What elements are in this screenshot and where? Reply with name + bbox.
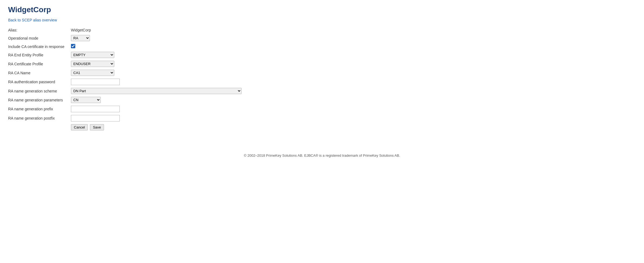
ca-name-row: RA CA Name CA1 CA2 [8, 68, 244, 77]
name-params-label: RA name generation parameters [8, 95, 70, 104]
button-row: Cancel Save [8, 123, 244, 132]
certificate-profile-select[interactable]: ENDUSER OTHER [71, 61, 114, 67]
include-ca-row: Include CA certificate in response [8, 43, 244, 50]
ca-name-label: RA CA Name [8, 68, 70, 77]
alias-label: Alias: [8, 27, 70, 34]
operational-mode-label: Operational mode [8, 34, 70, 43]
name-params-select[interactable]: CN O OU [71, 97, 101, 103]
name-postfix-input[interactable] [71, 115, 120, 121]
footer: © 2002–2018 PrimeKey Solutions AB. EJBCA… [8, 148, 636, 158]
auth-password-row: RA authentication password [8, 77, 244, 86]
include-ca-checkbox[interactable] [71, 44, 75, 48]
cancel-button[interactable]: Cancel [71, 124, 88, 130]
end-entity-row: RA End Entity Profile EMPTY ENDUSER OTHE… [8, 50, 244, 59]
name-postfix-row: RA name generation postfix [8, 114, 244, 123]
name-scheme-label: RA name generation scheme [8, 86, 70, 95]
name-prefix-label: RA name generation prefix [8, 104, 70, 114]
alias-value: WidgetCorp [70, 27, 244, 34]
operational-mode-row: Operational mode RA CA [8, 34, 244, 43]
certificate-profile-row: RA Certificate Profile ENDUSER OTHER [8, 59, 244, 68]
page-title: WidgetCorp [8, 5, 636, 14]
ca-name-select[interactable]: CA1 CA2 [71, 70, 114, 76]
end-entity-label: RA End Entity Profile [8, 50, 70, 59]
save-button[interactable]: Save [90, 124, 104, 130]
auth-password-label: RA authentication password [8, 77, 70, 86]
form-table: Alias: WidgetCorp Operational mode RA CA… [8, 27, 244, 132]
certificate-profile-label: RA Certificate Profile [8, 59, 70, 68]
name-prefix-input[interactable] [71, 106, 120, 112]
name-postfix-label: RA name generation postfix [8, 114, 70, 123]
back-link[interactable]: Back to SCEP alias overview [8, 18, 57, 22]
name-scheme-row: RA name generation scheme DN Part Userna… [8, 86, 244, 95]
name-params-row: RA name generation parameters CN O OU [8, 95, 244, 104]
include-ca-label: Include CA certificate in response [8, 43, 70, 50]
name-prefix-row: RA name generation prefix [8, 104, 244, 114]
end-entity-select[interactable]: EMPTY ENDUSER OTHER [71, 52, 114, 58]
alias-row: Alias: WidgetCorp [8, 27, 244, 34]
auth-password-input[interactable] [71, 79, 120, 85]
name-scheme-select[interactable]: DN Part Username Fixed [71, 88, 242, 94]
operational-mode-select[interactable]: RA CA [71, 35, 90, 41]
